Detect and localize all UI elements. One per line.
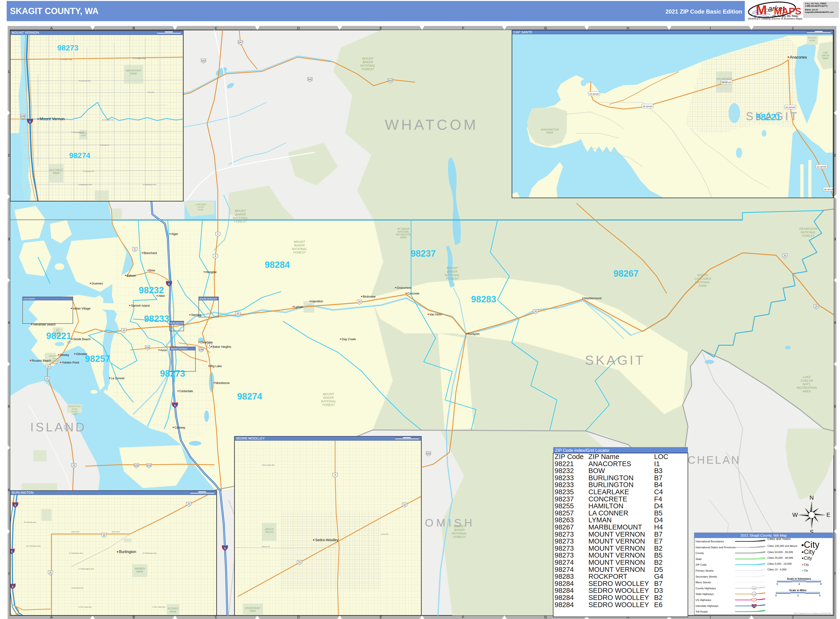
svg-text:WASHINGTON: WASHINGTON (541, 128, 559, 131)
svg-text:98273: 98273 (555, 531, 574, 538)
svg-text:MOUNT VERNON: MOUNT VERNON (171, 348, 187, 350)
svg-text:2: 2 (8, 153, 10, 157)
svg-text:A: A (50, 26, 52, 30)
svg-text:Yokeko Point: Yokeko Point (62, 361, 79, 364)
svg-text:B5: B5 (654, 552, 662, 559)
svg-text:B4: B4 (654, 481, 662, 489)
svg-text:98267: 98267 (555, 523, 574, 531)
svg-text:98284: 98284 (555, 587, 574, 594)
svg-text:NORTH: NORTH (697, 273, 708, 277)
svg-text:D5: D5 (654, 566, 663, 573)
svg-text:538: 538 (21, 115, 25, 118)
svg-text:20-SPUR: 20-SPUR (643, 105, 652, 108)
svg-text:F: F (462, 26, 464, 30)
svg-text:98284: 98284 (555, 580, 574, 587)
svg-text:E: E (827, 511, 830, 518)
svg-text:Mount Vernon: Mount Vernon (39, 117, 65, 121)
svg-text:98273: 98273 (160, 369, 185, 378)
svg-text:LARRABEE: LARRABEE (195, 203, 206, 206)
svg-text:Primary Streets: Primary Streets (695, 569, 714, 572)
svg-text:123: 123 (753, 593, 756, 595)
svg-text:98274: 98274 (69, 151, 90, 160)
svg-text:BAKER: BAKER (235, 212, 246, 216)
svg-text:98237: 98237 (411, 248, 436, 259)
svg-text:Roosevelt Ave: Roosevelt Ave (79, 80, 91, 82)
svg-text:N: N (810, 495, 813, 501)
svg-text:RECREATION: RECREATION (396, 233, 411, 236)
svg-text:3: 3 (8, 237, 10, 241)
svg-text:BURLINGTON: BURLINGTON (170, 322, 184, 324)
svg-text:Cook Rd: Cook Rd (381, 533, 388, 535)
svg-text:98273: 98273 (555, 537, 574, 545)
svg-text:M: M (756, 2, 767, 17)
svg-text:City: City (804, 563, 809, 567)
svg-text:LA CONNER: LA CONNER (588, 509, 628, 517)
svg-text:CAP SANTE: CAP SANTE (23, 298, 35, 300)
svg-text:PASS: PASS (52, 357, 58, 360)
svg-text:J: J (792, 615, 794, 619)
svg-text:BAKERVIEW: BAKERVIEW (126, 69, 142, 72)
svg-text:CHELAN: CHELAN (801, 379, 813, 382)
svg-text:9: 9 (209, 344, 210, 347)
svg-text:B3: B3 (654, 467, 662, 474)
svg-text:ANACORTES: ANACORTES (588, 460, 631, 468)
svg-text:MOUNT: MOUNT (454, 525, 465, 528)
svg-text:PARK: PARK (136, 570, 143, 573)
svg-text:FOREST: FOREST (802, 234, 815, 238)
svg-text:20: 20 (187, 503, 190, 505)
svg-text:RECREATION: RECREATION (797, 386, 817, 389)
svg-text:AREA: AREA (802, 389, 811, 393)
svg-text:B2: B2 (654, 544, 662, 552)
svg-text:County: County (695, 552, 704, 555)
svg-text:Samish Island: Samish Island (131, 304, 150, 307)
svg-text:PARK: PARK (55, 335, 61, 337)
svg-text:ROTARY: ROTARY (168, 607, 178, 610)
svg-text:PARK: PARK (720, 81, 728, 83)
svg-text:MT: MT (56, 329, 60, 331)
svg-text:Rosario Beach: Rosario Beach (31, 359, 51, 362)
svg-text:Grassmere: Grassmere (397, 286, 411, 290)
svg-text:MOUNT VERNON: MOUNT VERNON (588, 531, 645, 538)
svg-text:SKAGIT: SKAGIT (585, 353, 645, 368)
svg-text:NATIONAL: NATIONAL (398, 230, 409, 233)
svg-text:Sterling: Sterling (191, 313, 201, 317)
svg-text:Clearlake: Clearlake (200, 341, 213, 344)
svg-text:E Section St: E Section St (83, 170, 94, 172)
svg-text:E Blackburn Rd: E Blackburn Rd (79, 184, 92, 186)
svg-text:Conway: Conway (175, 426, 185, 429)
svg-text:HAMILTON: HAMILTON (588, 502, 623, 510)
svg-text:PARK: PARK (52, 172, 60, 175)
svg-text:123: 123 (753, 587, 756, 589)
svg-text:Birdsview: Birdsview (363, 295, 376, 298)
svg-text:98233: 98233 (555, 474, 574, 481)
svg-text:Avon: Avon (160, 348, 167, 352)
svg-text:3: 3 (797, 594, 798, 597)
svg-text:98237: 98237 (555, 495, 574, 503)
svg-text:7: 7 (8, 572, 10, 576)
svg-text:NATIONAL: NATIONAL (292, 247, 307, 251)
svg-text:SEDRO WOOLLEY: SEDRO WOOLLEY (588, 601, 649, 609)
svg-text:98235: 98235 (555, 488, 574, 496)
svg-text:DECEPTION: DECEPTION (49, 355, 62, 357)
svg-text:SANTE: SANTE (821, 54, 830, 57)
svg-text:98273: 98273 (555, 552, 574, 559)
svg-text:LOC: LOC (654, 453, 668, 461)
svg-text:B5: B5 (654, 509, 662, 517)
svg-text:Day Creek: Day Creek (342, 338, 356, 341)
svg-text:D4: D4 (654, 502, 663, 510)
svg-text:E6: E6 (654, 601, 662, 609)
svg-text:ERIE: ERIE (55, 332, 61, 334)
svg-text:9: 9 (335, 474, 336, 476)
svg-text:Guemes: Guemes (92, 282, 103, 285)
svg-text:Hoogdal: Hoogdal (205, 271, 217, 274)
svg-text:Cities 25,000 - 49,999: Cities 25,000 - 49,999 (767, 556, 793, 559)
svg-text:Gibraltar: Gibraltar (76, 352, 87, 356)
svg-text:E Rio Vista Ave: E Rio Vista Ave (152, 606, 166, 608)
svg-text:International Boundaries: International Boundaries (695, 540, 724, 543)
svg-text:98255: 98255 (555, 502, 574, 510)
svg-text:PARK: PARK (546, 131, 553, 134)
svg-text:Moore St: Moore St (262, 546, 270, 547)
svg-text:5: 5 (8, 404, 10, 408)
svg-text:9: 9 (217, 233, 218, 235)
svg-text:PARK: PARK (81, 135, 86, 137)
